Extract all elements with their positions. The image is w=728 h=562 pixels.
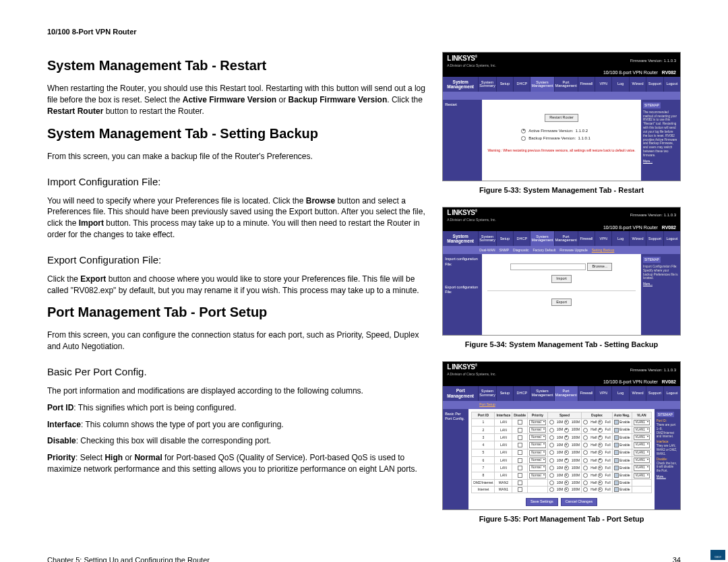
- tab-summary[interactable]: System Summary: [478, 386, 496, 401]
- main-tab-label: Port Management: [443, 386, 478, 401]
- restart-paragraph: When restarting the Router, you should u…: [47, 83, 429, 117]
- vlan-select[interactable]: VLAN1: [634, 442, 650, 447]
- priority-select[interactable]: Normal: [529, 435, 546, 440]
- tab-firewall[interactable]: Firewall: [578, 231, 595, 246]
- disable-checkbox[interactable]: [518, 428, 522, 433]
- more-link[interactable]: More...: [643, 282, 653, 286]
- disable-checkbox[interactable]: [518, 473, 522, 478]
- vlan-select[interactable]: VLAN1: [634, 427, 650, 433]
- tab-dhcp[interactable]: DHCP: [513, 386, 530, 401]
- tab-dhcp[interactable]: DHCP: [513, 231, 530, 246]
- tab-setup[interactable]: Setup: [496, 77, 513, 92]
- tab-log[interactable]: Log: [611, 231, 628, 246]
- figure-33-screenshot: LINKSYS® A Division of Cisco Systems, In…: [442, 52, 681, 181]
- tab-support[interactable]: Support: [646, 77, 663, 92]
- table-header: Priority: [528, 412, 548, 418]
- table-header: Auto Neg.: [612, 412, 632, 418]
- tab-log[interactable]: Log: [611, 386, 628, 401]
- save-settings-button[interactable]: Save Settings: [526, 498, 558, 506]
- vlan-select[interactable]: VLAN1: [634, 465, 650, 470]
- tab-sysmgmt[interactable]: System Management: [530, 386, 553, 401]
- priority-select[interactable]: Normal: [529, 420, 546, 425]
- tab-firewall[interactable]: Firewall: [578, 77, 595, 92]
- disable-checkbox[interactable]: [518, 420, 522, 425]
- tab-vpn[interactable]: VPN: [595, 231, 611, 246]
- subtab-dualwan[interactable]: Dual-WAN: [479, 248, 495, 253]
- tab-logout[interactable]: Logout: [663, 231, 680, 246]
- browse-button[interactable]: Browse...: [587, 263, 612, 271]
- disable-checkbox[interactable]: [518, 487, 522, 492]
- export-button[interactable]: Export: [551, 299, 572, 307]
- tab-logout[interactable]: Logout: [663, 77, 680, 92]
- sitemap-link[interactable]: SITEMAP: [657, 412, 674, 418]
- table-row: 2LANNormal10M 100MHalf Full EnableVLAN1: [472, 426, 652, 433]
- port-intro: From this screen, you can configure the …: [47, 330, 429, 352]
- disable-checkbox[interactable]: [518, 450, 522, 455]
- heading-port: Port Management Tab - Port Setup: [47, 303, 429, 321]
- table-header: VLAN: [632, 412, 651, 418]
- tab-portmgmt[interactable]: Port Management: [554, 77, 578, 92]
- tab-setup[interactable]: Setup: [496, 386, 513, 401]
- subtab-factory[interactable]: Factory Default: [533, 248, 555, 253]
- tab-summary[interactable]: System Summary: [478, 231, 496, 246]
- subtab-firmware[interactable]: Firmware Upgrade: [559, 248, 587, 253]
- subtab-snmp[interactable]: SNMP: [499, 248, 509, 253]
- priority-select[interactable]: Normal: [529, 458, 546, 463]
- sitemap-link[interactable]: SITEMAP: [643, 102, 661, 108]
- priority-select[interactable]: Normal: [529, 442, 546, 447]
- table-row: 8LANNormal10M 100MHalf Full EnableVLAN1: [472, 472, 652, 479]
- tab-support[interactable]: Support: [646, 386, 663, 401]
- tab-portmgmt[interactable]: Port Management: [554, 386, 578, 401]
- brand-logo: LINKSYS®: [447, 54, 496, 63]
- vlan-select[interactable]: VLAN1: [634, 458, 650, 463]
- tab-vpn[interactable]: VPN: [595, 77, 611, 92]
- subtab-portsetup[interactable]: Port Setup: [479, 402, 495, 407]
- more-link[interactable]: More...: [643, 160, 653, 163]
- main-tab-label: System Management: [443, 77, 478, 92]
- tab-log[interactable]: Log: [611, 77, 628, 92]
- tab-wizard[interactable]: Wizard: [629, 231, 646, 246]
- disable-checkbox[interactable]: [518, 480, 522, 485]
- table-header: Disable: [512, 412, 528, 418]
- tab-sysmgmt[interactable]: System Management: [530, 77, 553, 92]
- subtab-backup[interactable]: Setting Backup: [592, 248, 615, 253]
- radio-backup-fw[interactable]: [521, 136, 526, 141]
- vlan-select[interactable]: VLAN1: [634, 420, 650, 425]
- tab-sysmgmt[interactable]: System Management: [530, 231, 553, 246]
- sidebar-label: Restart: [443, 100, 482, 181]
- import-file-input[interactable]: [510, 263, 586, 270]
- vlan-select[interactable]: VLAN1: [634, 435, 650, 440]
- tab-dhcp[interactable]: DHCP: [513, 77, 530, 92]
- disable-checkbox[interactable]: [518, 443, 522, 447]
- priority-select[interactable]: Normal: [529, 450, 546, 456]
- cancel-changes-button[interactable]: Cancel Changes: [561, 498, 598, 506]
- disable-checkbox[interactable]: [518, 435, 522, 440]
- vlan-select[interactable]: VLAN1: [634, 450, 650, 456]
- vlan-select[interactable]: VLAN1: [634, 473, 650, 478]
- figure-34-screenshot: LINKSYS® A Division of Cisco Systems, In…: [442, 207, 681, 336]
- subtab-diag[interactable]: Diagnostic: [513, 248, 528, 253]
- priority-select[interactable]: Normal: [529, 465, 546, 470]
- priority-bullet: Priority: Select High or Normal for Port…: [47, 452, 429, 475]
- tab-portmgmt[interactable]: Port Management: [554, 231, 578, 246]
- radio-active-fw[interactable]: [521, 129, 526, 133]
- table-header: Interface: [495, 412, 512, 418]
- priority-select[interactable]: Normal: [529, 473, 546, 478]
- tab-firewall[interactable]: Firewall: [578, 386, 595, 401]
- heading-backup: System Management Tab - Setting Backup: [47, 124, 429, 143]
- figure-35-screenshot: LINKSYS® A Division of Cisco Systems, In…: [442, 361, 681, 510]
- tab-wizard[interactable]: Wizard: [629, 77, 646, 92]
- tab-wizard[interactable]: Wizard: [629, 386, 646, 401]
- disable-checkbox[interactable]: [518, 458, 522, 463]
- tab-vpn[interactable]: VPN: [595, 386, 611, 401]
- more-link[interactable]: More...: [657, 475, 666, 478]
- tab-summary[interactable]: System Summary: [478, 77, 496, 92]
- tab-setup[interactable]: Setup: [496, 231, 513, 246]
- priority-select[interactable]: Normal: [529, 427, 546, 433]
- disable-checkbox[interactable]: [518, 466, 522, 470]
- tab-support[interactable]: Support: [646, 231, 663, 246]
- sitemap-link[interactable]: SITEMAP: [643, 257, 661, 263]
- import-button[interactable]: Import: [551, 275, 572, 283]
- restart-router-button[interactable]: Restart Router: [545, 114, 578, 122]
- tab-logout[interactable]: Logout: [663, 386, 680, 401]
